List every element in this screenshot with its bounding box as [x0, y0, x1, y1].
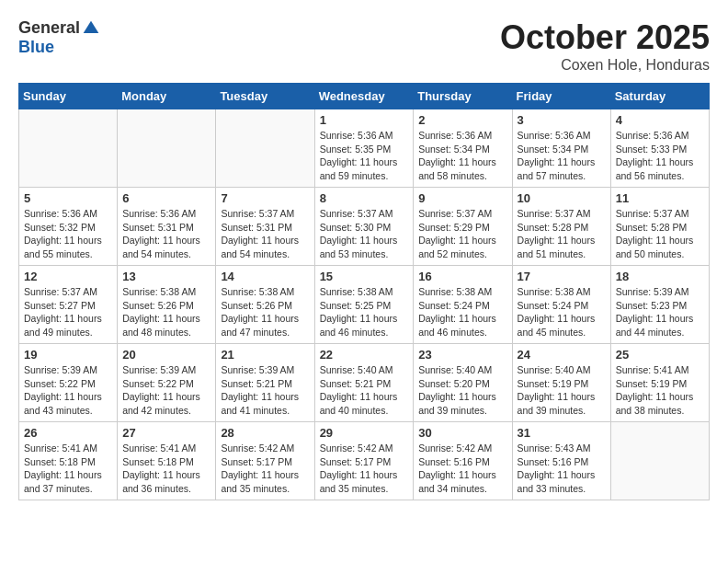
day-number: 17 [518, 270, 606, 283]
day-cell-17: 17Sunrise: 5:38 AM Sunset: 5:24 PM Dayli… [512, 266, 610, 344]
day-number: 12 [24, 270, 112, 283]
empty-cell [216, 109, 314, 188]
svg-marker-0 [84, 20, 99, 32]
day-info: Sunrise: 5:43 AM Sunset: 5:16 PM Dayligh… [518, 442, 606, 496]
day-header-monday: Monday [118, 84, 216, 109]
day-cell-10: 10Sunrise: 5:37 AM Sunset: 5:28 PM Dayli… [512, 188, 610, 266]
day-info: Sunrise: 5:39 AM Sunset: 5:23 PM Dayligh… [616, 285, 704, 339]
day-header-saturday: Saturday [610, 84, 709, 109]
day-cell-12: 12Sunrise: 5:37 AM Sunset: 5:27 PM Dayli… [19, 266, 118, 344]
empty-cell [118, 109, 216, 188]
day-cell-1: 1Sunrise: 5:36 AM Sunset: 5:35 PM Daylig… [314, 109, 414, 188]
day-info: Sunrise: 5:38 AM Sunset: 5:26 PM Dayligh… [221, 285, 309, 339]
day-info: Sunrise: 5:39 AM Sunset: 5:22 PM Dayligh… [122, 363, 210, 418]
day-info: Sunrise: 5:37 AM Sunset: 5:31 PM Dayligh… [221, 207, 309, 261]
week-row-4: 19Sunrise: 5:39 AM Sunset: 5:22 PM Dayli… [19, 344, 710, 422]
logo: General Blue [18, 18, 100, 57]
day-info: Sunrise: 5:36 AM Sunset: 5:31 PM Dayligh… [122, 207, 210, 261]
day-cell-11: 11Sunrise: 5:37 AM Sunset: 5:28 PM Dayli… [610, 188, 709, 266]
day-number: 16 [418, 270, 506, 283]
day-cell-16: 16Sunrise: 5:38 AM Sunset: 5:24 PM Dayli… [414, 266, 512, 344]
day-cell-9: 9Sunrise: 5:37 AM Sunset: 5:29 PM Daylig… [414, 188, 512, 266]
week-row-5: 26Sunrise: 5:41 AM Sunset: 5:18 PM Dayli… [19, 422, 710, 500]
day-header-wednesday: Wednesday [314, 84, 414, 109]
day-number: 1 [320, 113, 409, 127]
day-cell-20: 20Sunrise: 5:39 AM Sunset: 5:22 PM Dayli… [118, 344, 216, 422]
day-cell-22: 22Sunrise: 5:40 AM Sunset: 5:21 PM Dayli… [314, 344, 414, 422]
day-number: 21 [221, 348, 309, 362]
day-cell-14: 14Sunrise: 5:38 AM Sunset: 5:26 PM Dayli… [216, 266, 314, 344]
day-number: 24 [518, 348, 606, 362]
week-row-2: 5Sunrise: 5:36 AM Sunset: 5:32 PM Daylig… [19, 188, 710, 266]
week-row-3: 12Sunrise: 5:37 AM Sunset: 5:27 PM Dayli… [19, 266, 710, 344]
day-cell-27: 27Sunrise: 5:41 AM Sunset: 5:18 PM Dayli… [118, 422, 216, 500]
empty-cell [19, 109, 118, 188]
day-number: 31 [518, 426, 606, 440]
day-number: 9 [418, 191, 506, 205]
day-cell-2: 2Sunrise: 5:36 AM Sunset: 5:34 PM Daylig… [414, 109, 512, 188]
day-number: 18 [616, 270, 704, 283]
day-info: Sunrise: 5:37 AM Sunset: 5:29 PM Dayligh… [418, 207, 506, 261]
day-number: 10 [518, 191, 606, 205]
day-cell-23: 23Sunrise: 5:40 AM Sunset: 5:20 PM Dayli… [414, 344, 512, 422]
day-number: 7 [221, 191, 309, 205]
week-row-1: 1Sunrise: 5:36 AM Sunset: 5:35 PM Daylig… [19, 109, 710, 188]
day-number: 22 [320, 348, 409, 362]
day-info: Sunrise: 5:36 AM Sunset: 5:35 PM Dayligh… [320, 129, 409, 183]
logo-blue-text: Blue [18, 38, 54, 57]
day-number: 23 [418, 348, 506, 362]
day-info: Sunrise: 5:38 AM Sunset: 5:26 PM Dayligh… [122, 285, 210, 339]
day-number: 26 [24, 426, 112, 440]
day-info: Sunrise: 5:38 AM Sunset: 5:24 PM Dayligh… [418, 285, 506, 339]
day-header-tuesday: Tuesday [216, 84, 314, 109]
day-info: Sunrise: 5:41 AM Sunset: 5:18 PM Dayligh… [24, 442, 112, 496]
day-cell-31: 31Sunrise: 5:43 AM Sunset: 5:16 PM Dayli… [512, 422, 610, 500]
day-cell-3: 3Sunrise: 5:36 AM Sunset: 5:34 PM Daylig… [512, 109, 610, 188]
day-number: 15 [320, 270, 409, 283]
page-header: General Blue October 2025 Coxen Hole, Ho… [18, 18, 710, 74]
month-title: October 2025 [500, 18, 710, 57]
day-number: 28 [221, 426, 309, 440]
day-header-sunday: Sunday [19, 84, 118, 109]
day-cell-30: 30Sunrise: 5:42 AM Sunset: 5:16 PM Dayli… [414, 422, 512, 500]
day-info: Sunrise: 5:42 AM Sunset: 5:17 PM Dayligh… [221, 442, 309, 496]
day-cell-26: 26Sunrise: 5:41 AM Sunset: 5:18 PM Dayli… [19, 422, 118, 500]
day-info: Sunrise: 5:41 AM Sunset: 5:19 PM Dayligh… [616, 363, 704, 418]
day-info: Sunrise: 5:36 AM Sunset: 5:34 PM Dayligh… [418, 129, 506, 183]
day-info: Sunrise: 5:36 AM Sunset: 5:32 PM Dayligh… [24, 207, 112, 261]
day-cell-29: 29Sunrise: 5:42 AM Sunset: 5:17 PM Dayli… [314, 422, 414, 500]
calendar-header-row: SundayMondayTuesdayWednesdayThursdayFrid… [19, 84, 710, 109]
day-cell-15: 15Sunrise: 5:38 AM Sunset: 5:25 PM Dayli… [314, 266, 414, 344]
logo-general-text: General [18, 18, 80, 38]
day-info: Sunrise: 5:40 AM Sunset: 5:21 PM Dayligh… [320, 363, 409, 418]
day-number: 6 [122, 191, 210, 205]
day-number: 14 [221, 270, 309, 283]
day-info: Sunrise: 5:39 AM Sunset: 5:22 PM Dayligh… [24, 363, 112, 418]
day-header-friday: Friday [512, 84, 610, 109]
day-info: Sunrise: 5:36 AM Sunset: 5:33 PM Dayligh… [616, 129, 704, 183]
day-info: Sunrise: 5:41 AM Sunset: 5:18 PM Dayligh… [122, 442, 210, 496]
day-info: Sunrise: 5:36 AM Sunset: 5:34 PM Dayligh… [518, 129, 606, 183]
day-info: Sunrise: 5:37 AM Sunset: 5:28 PM Dayligh… [518, 207, 606, 261]
day-number: 13 [122, 270, 210, 283]
day-info: Sunrise: 5:37 AM Sunset: 5:28 PM Dayligh… [616, 207, 704, 261]
day-number: 30 [418, 426, 506, 440]
day-cell-24: 24Sunrise: 5:40 AM Sunset: 5:19 PM Dayli… [512, 344, 610, 422]
day-info: Sunrise: 5:37 AM Sunset: 5:30 PM Dayligh… [320, 207, 409, 261]
logo-icon [82, 19, 100, 38]
day-cell-5: 5Sunrise: 5:36 AM Sunset: 5:32 PM Daylig… [19, 188, 118, 266]
day-info: Sunrise: 5:42 AM Sunset: 5:16 PM Dayligh… [418, 442, 506, 496]
day-info: Sunrise: 5:39 AM Sunset: 5:21 PM Dayligh… [221, 363, 309, 418]
day-cell-19: 19Sunrise: 5:39 AM Sunset: 5:22 PM Dayli… [19, 344, 118, 422]
day-number: 3 [518, 113, 606, 127]
day-cell-13: 13Sunrise: 5:38 AM Sunset: 5:26 PM Dayli… [118, 266, 216, 344]
title-section: October 2025 Coxen Hole, Honduras [500, 18, 710, 74]
day-info: Sunrise: 5:38 AM Sunset: 5:24 PM Dayligh… [518, 285, 606, 339]
day-cell-25: 25Sunrise: 5:41 AM Sunset: 5:19 PM Dayli… [610, 344, 709, 422]
day-cell-6: 6Sunrise: 5:36 AM Sunset: 5:31 PM Daylig… [118, 188, 216, 266]
day-cell-28: 28Sunrise: 5:42 AM Sunset: 5:17 PM Dayli… [216, 422, 314, 500]
day-info: Sunrise: 5:40 AM Sunset: 5:19 PM Dayligh… [518, 363, 606, 418]
day-number: 20 [122, 348, 210, 362]
day-info: Sunrise: 5:40 AM Sunset: 5:20 PM Dayligh… [418, 363, 506, 418]
day-info: Sunrise: 5:42 AM Sunset: 5:17 PM Dayligh… [320, 442, 409, 496]
